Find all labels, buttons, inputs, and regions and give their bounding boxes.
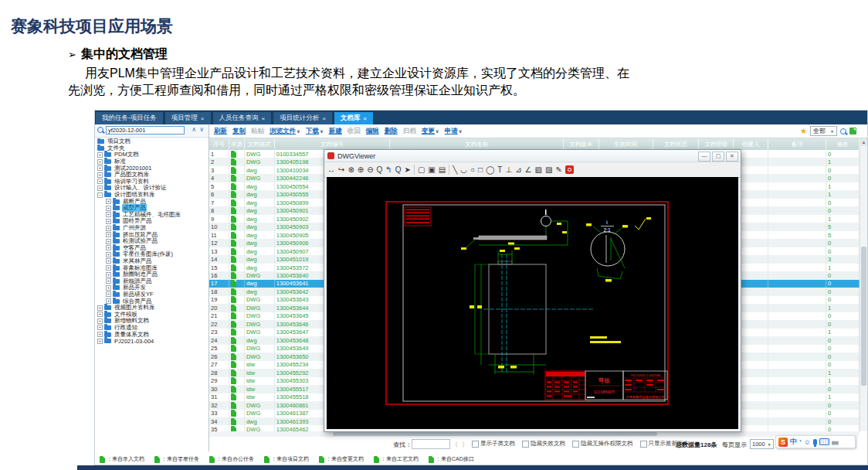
ime-emoji-icon[interactable]: ☺ bbox=[804, 438, 811, 446]
tree-item[interactable]: +视频图片资料库 bbox=[95, 305, 209, 312]
print-preview-icon[interactable]: ▣ bbox=[428, 163, 435, 176]
angle-tool-icon[interactable]: ∠ bbox=[525, 163, 532, 176]
expander-icon[interactable]: + bbox=[97, 179, 103, 184]
tab-项目统计分析[interactable]: 项目统计分析× bbox=[273, 111, 333, 124]
zoom-out-icon[interactable]: ⊖ bbox=[367, 163, 373, 176]
pan-icon[interactable]: ↔ bbox=[327, 163, 335, 176]
expander-icon[interactable]: + bbox=[97, 325, 103, 330]
search-next-icon[interactable]: ∨ bbox=[199, 126, 204, 133]
toolbar-button-删除[interactable]: 删除 bbox=[385, 127, 398, 136]
viewer-title-bar[interactable]: DWGViewer — ▢ ✕ bbox=[324, 150, 741, 162]
checkbox-icon[interactable] bbox=[572, 441, 579, 448]
expander-icon[interactable]: + bbox=[106, 278, 111, 284]
expander-icon[interactable]: + bbox=[106, 212, 111, 217]
favorite-star-icon[interactable]: ★ bbox=[800, 127, 807, 135]
tree-item[interactable]: +质量体系文档 bbox=[95, 331, 209, 338]
arc-tool-icon[interactable]: ◡ bbox=[460, 163, 467, 176]
toolbar-button-编辑[interactable]: 编辑 bbox=[366, 127, 379, 136]
ime-keyboard-icon[interactable] bbox=[819, 438, 829, 445]
column-header-修改[interactable]: 修改 bbox=[826, 138, 860, 150]
open-file-icon[interactable]: ▢ bbox=[418, 163, 425, 176]
column-header-生效时间[interactable]: 生效时间 bbox=[599, 138, 653, 150]
tree-item[interactable]: +PJ2021-03-004 bbox=[95, 338, 209, 345]
tree-item[interactable]: +新增物料文档 bbox=[95, 318, 209, 325]
tab-文档库[interactable]: 文档库× bbox=[334, 111, 374, 124]
expander-icon[interactable]: + bbox=[106, 206, 111, 211]
close-icon[interactable]: ✕ bbox=[726, 152, 738, 162]
advanced-search-icon[interactable] bbox=[840, 128, 846, 135]
column-header-序号[interactable]: 序号 bbox=[209, 138, 229, 150]
vtext-tool-icon[interactable]: ⊥ bbox=[505, 163, 512, 176]
expander-icon[interactable]: + bbox=[106, 265, 111, 271]
save-icon[interactable]: ▧ bbox=[535, 163, 542, 176]
search-prev-icon[interactable]: ∧ bbox=[192, 126, 196, 133]
expander-icon[interactable]: + bbox=[106, 232, 111, 237]
expander-icon[interactable]: + bbox=[106, 272, 111, 278]
toolbar-button-浏览文件[interactable]: 浏览文件∨ bbox=[270, 127, 300, 136]
rect-tool-icon[interactable]: □ bbox=[478, 163, 483, 176]
expander-icon[interactable]: + bbox=[97, 318, 103, 324]
tree-item[interactable]: 文件夹 bbox=[95, 145, 209, 152]
checkbox-icon[interactable] bbox=[472, 441, 479, 448]
expander-icon[interactable]: + bbox=[106, 258, 111, 264]
column-header-文档名称[interactable]: 文档名称 bbox=[390, 138, 563, 150]
zoom-extents-icon[interactable]: ⊗ bbox=[348, 163, 354, 176]
column-header-文档版本[interactable]: 文档版本 bbox=[564, 138, 599, 150]
tree-item[interactable]: +PDM文档 bbox=[95, 152, 209, 158]
dimension-tool-icon[interactable]: ⊿ bbox=[515, 163, 521, 176]
ime-punctuation-icon[interactable]: ’ bbox=[799, 438, 802, 446]
tree-item[interactable]: +裁断产品 bbox=[95, 198, 209, 205]
toolbar-button-下载[interactable]: 下载∨ bbox=[306, 127, 324, 136]
filter-select[interactable]: 全部▼ bbox=[810, 126, 837, 136]
expander-icon[interactable]: + bbox=[97, 186, 103, 191]
tab-close-icon[interactable]: × bbox=[201, 115, 205, 122]
vertical-scrollbar-thumb[interactable] bbox=[861, 247, 866, 386]
expander-icon[interactable]: + bbox=[97, 165, 103, 171]
expander-icon[interactable]: + bbox=[97, 152, 103, 158]
expander-icon[interactable]: + bbox=[106, 298, 111, 304]
minimize-icon[interactable]: — bbox=[698, 152, 710, 162]
checkbox-隐藏失效文档[interactable]: 隐藏失效文档 bbox=[522, 440, 565, 448]
stamp-tool-icon[interactable]: ✎ bbox=[555, 163, 561, 176]
expander-icon[interactable]: + bbox=[97, 312, 103, 317]
tab-close-icon[interactable]: × bbox=[363, 115, 367, 122]
sogou-logo-icon[interactable]: S bbox=[778, 438, 788, 447]
zoom-previous-icon[interactable]: ↰ bbox=[385, 163, 392, 176]
tree-item[interactable]: −设计图纸资料库 bbox=[95, 192, 209, 199]
zoom-dynamic-icon[interactable]: Q bbox=[395, 163, 402, 176]
column-header-文档密级[interactable]: 文档密级 bbox=[699, 138, 734, 150]
tree-item[interactable]: +测试20201001 bbox=[95, 165, 209, 172]
toolbar-button-新建[interactable]: 新建 bbox=[329, 127, 342, 136]
ime-toolbox-icon[interactable] bbox=[832, 439, 839, 445]
ime-mic-icon[interactable] bbox=[813, 439, 817, 445]
expander-icon[interactable]: + bbox=[106, 226, 111, 231]
column-header-创建人[interactable]: 创建人 bbox=[734, 138, 768, 150]
tree-item[interactable]: +文件模板 bbox=[95, 311, 209, 318]
next-page-icon[interactable]: 〉 bbox=[462, 441, 468, 449]
tree-item[interactable]: +产品图文档库 bbox=[95, 172, 209, 179]
expander-icon[interactable]: + bbox=[106, 219, 111, 224]
expander-icon[interactable]: + bbox=[97, 305, 103, 311]
tab-close-icon[interactable]: × bbox=[322, 115, 326, 122]
toolbar-button-变更[interactable]: 变更∨ bbox=[422, 127, 439, 136]
toolbar-button-申请[interactable]: 申请∨ bbox=[445, 127, 463, 136]
column-header-文档编号[interactable]: 文档编号 bbox=[275, 138, 391, 150]
zoom-in-icon[interactable]: ⊕ bbox=[358, 163, 364, 176]
folder-open-icon[interactable]: ▨ bbox=[545, 163, 552, 176]
expander-icon[interactable]: + bbox=[97, 339, 103, 344]
ime-mode-toggle[interactable]: 中 bbox=[790, 437, 797, 447]
find-input[interactable] bbox=[412, 439, 450, 449]
export-excel-icon[interactable] bbox=[849, 128, 856, 135]
horizontal-scrollbar[interactable] bbox=[209, 431, 860, 437]
toolbar-button-复制[interactable]: 复制 bbox=[232, 127, 246, 136]
per-page-select[interactable]: 1000▼ bbox=[750, 439, 774, 449]
tree-item[interactable]: +行政通知 bbox=[95, 325, 209, 332]
vertical-scrollbar[interactable]: ▲ bbox=[860, 138, 867, 431]
expander-icon[interactable]: + bbox=[97, 172, 103, 178]
tab-close-icon[interactable]: × bbox=[262, 115, 266, 122]
expander-icon[interactable]: + bbox=[106, 285, 111, 291]
column-header-备注[interactable]: 备注 bbox=[768, 138, 826, 150]
orbit-icon[interactable]: ↪ bbox=[338, 163, 344, 176]
line-tool-icon[interactable]: ╲ bbox=[453, 163, 457, 176]
expander-icon[interactable]: + bbox=[106, 252, 111, 257]
